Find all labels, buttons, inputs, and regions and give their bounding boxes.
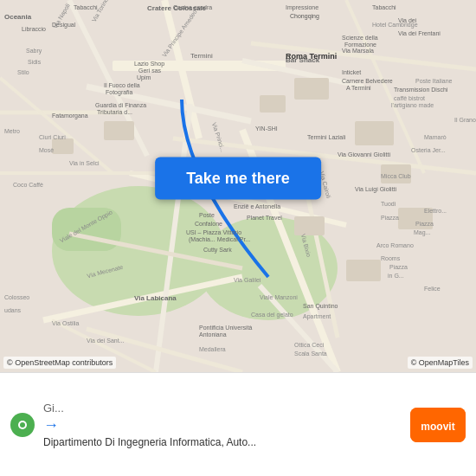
map-label-gelato: Casa del gelato	[251, 312, 293, 318]
route-to-label: Dipartimento Di Ingegneria Informatica, …	[43, 436, 402, 448]
map-label-tabacchi: Tabacchi	[74, 4, 98, 10]
map-label-medallera: Medallera	[199, 346, 226, 352]
map-label-mag: Mag...	[414, 229, 430, 235]
map-container: Oceania Libraccio Tabacchi Casina esedra…	[0, 0, 476, 372]
map-label-machiavellimedical: (Machia... Medical Pr...	[189, 236, 250, 242]
bottom-bar: Gi... → Dipartimento Di Ingegneria Infor…	[0, 372, 476, 476]
map-label-libraaccio: Libraccio	[22, 26, 46, 32]
map-label-luzzatti: Piazza	[381, 215, 399, 221]
map-label-artigiano: l'artigiano made	[391, 102, 434, 108]
route-from-label: Gi...	[43, 402, 402, 415]
map-label-arco: Arco Romano	[376, 242, 414, 248]
map-label-via-marsala: Via Marsala	[342, 48, 374, 54]
map-label-fatamorgana: Fatamorgana	[52, 113, 88, 119]
map-label-chongqing: Chongqing	[290, 13, 319, 19]
map-label-via-luigi: Via Luigi Giolitti	[355, 186, 396, 192]
osm-attribution: © OpenStreetMap contributors	[3, 357, 116, 369]
map-label-poste: Poste Italiane	[415, 78, 452, 84]
map-label-geri: Geri sas	[138, 68, 161, 74]
svg-line-18	[0, 78, 113, 173]
map-label-tuodi: Tuodi	[381, 201, 396, 207]
map-label-pontifica: Pontificia Università	[199, 325, 252, 331]
svg-rect-32	[346, 260, 381, 281]
moovit-logo: moovit	[410, 408, 466, 442]
map-label-impressione: Impressione	[286, 4, 318, 10]
map-label-fuoco: Il Fuoco della	[104, 82, 140, 88]
route-content: Gi... → Dipartimento Di Ingegneria Infor…	[10, 402, 466, 448]
map-label-mose: Mosè	[39, 147, 54, 153]
map-label-guardia: Guardia di Finanza	[95, 102, 146, 108]
map-label-udans: udans	[4, 307, 21, 313]
origin-icon	[10, 413, 35, 437]
route-info: Gi... → Dipartimento Di Ingegneria Infor…	[43, 402, 402, 448]
map-label-via-labicana: Via Labicana	[134, 294, 177, 302]
map-label-upim: Upim	[137, 74, 151, 80]
svg-rect-27	[355, 121, 394, 145]
map-label-lazio: Lazio Shop	[134, 61, 164, 67]
map-label-roma-termini: Roma Termini	[286, 52, 337, 61]
map-label-in-g: in G...	[388, 273, 404, 279]
map-label-scienze: Scienze della	[342, 35, 378, 41]
map-label-via-in-selci: Via in Selci	[69, 160, 100, 166]
route-arrow: →	[43, 416, 402, 434]
map-label-via-galilei: Via Galilei	[234, 277, 261, 283]
map-label-enzie: Enziê e Antonella	[234, 203, 280, 209]
map-label-via-dei: Via dei	[398, 17, 416, 23]
map-label-sidis: Sidis	[28, 59, 41, 65]
moovit-logo-area: moovit	[410, 408, 466, 442]
map-label-via-ostilia: Via Ostilia	[52, 320, 79, 326]
map-label-cutty: Cutty Sark	[203, 247, 232, 253]
map-label-micca: Micca Club	[381, 173, 411, 179]
map-label-termini-laziali: Termini Laziali	[307, 134, 345, 140]
map-label-fotografia: Fotografia	[106, 89, 133, 95]
map-label-via-giovanni: Via Giovanni Giolitti	[338, 151, 390, 158]
map-label-metro: Metro	[4, 128, 20, 134]
map-label-stilo: Stilo	[17, 69, 29, 75]
map-label-usi: USI – Piazza Vittorio	[186, 229, 241, 235]
map-label-apartment: Apartment	[303, 313, 331, 319]
map-label-san-quintino: San Quintino	[303, 303, 338, 309]
map-label-mamaro: Mamarò	[424, 134, 447, 140]
map-label-caffe: caffè bistrot	[394, 95, 425, 101]
map-label-yinshi: YIN-SHI	[255, 125, 278, 132]
map-label-piazza-in: Piazza	[389, 264, 408, 270]
take-me-there-button[interactable]: Take me there	[155, 158, 321, 200]
map-label-rooms: Rooms	[381, 255, 400, 261]
map-label-piazza-mag: Piazza	[415, 221, 434, 227]
svg-text:moovit: moovit	[421, 421, 454, 433]
map-label-ottica: Ottica Ceci	[294, 342, 324, 348]
map-label-a-termini: A Termini	[346, 85, 371, 91]
openmap-attribution: © OpenMapTiles	[408, 357, 473, 369]
map-label-confalone: Confalone	[195, 221, 222, 227]
map-label-via-dei-santi: Via dei Sant...	[87, 338, 124, 344]
map-label-tabacchi2: Tabacchi	[372, 4, 396, 10]
map-label-tributaria: Tributaria d...	[97, 109, 132, 115]
map-label-scala: Scala Santa	[294, 351, 327, 357]
map-label-colosseo: Colosseo	[4, 294, 29, 300]
map-label-antoniana: Antoniana	[199, 331, 227, 338]
svg-rect-23	[260, 95, 286, 113]
svg-point-34	[20, 422, 25, 428]
moovit-logo-svg: moovit	[410, 408, 466, 442]
svg-rect-24	[294, 78, 329, 100]
map-label-transmission: Transmission Dischi	[394, 87, 447, 93]
map-label-termini: Termini	[190, 52, 213, 60]
map-label-felice: Felice	[424, 286, 441, 292]
map-label-ciuri: Ciuri Ciuri	[39, 134, 66, 140]
map-label-elettro: Elettro...	[424, 208, 447, 214]
map-label-frentani: Via dei Frentani	[398, 30, 441, 36]
map-label-grano: Il Grano	[454, 117, 476, 123]
map-label-viale-manzoni: Viale Manzoni	[260, 294, 298, 300]
location-icon	[16, 419, 29, 431]
svg-rect-25	[104, 121, 134, 140]
map-label-poste: Poste	[199, 212, 215, 218]
map-label-coco: Coco Caffè	[13, 182, 43, 188]
svg-rect-31	[294, 216, 325, 235]
map-label-inticker: Inticket	[342, 69, 361, 75]
map-label-carnere: Carnere Belvedere	[342, 78, 393, 84]
map-label-planet: Planet Travel	[247, 215, 282, 221]
map-label-sabry: Sabry	[26, 48, 42, 54]
map-label-oceania: Oceania	[4, 13, 31, 21]
map-label-osteria: Osteria Jer...	[411, 147, 446, 153]
svg-rect-26	[52, 138, 74, 154]
